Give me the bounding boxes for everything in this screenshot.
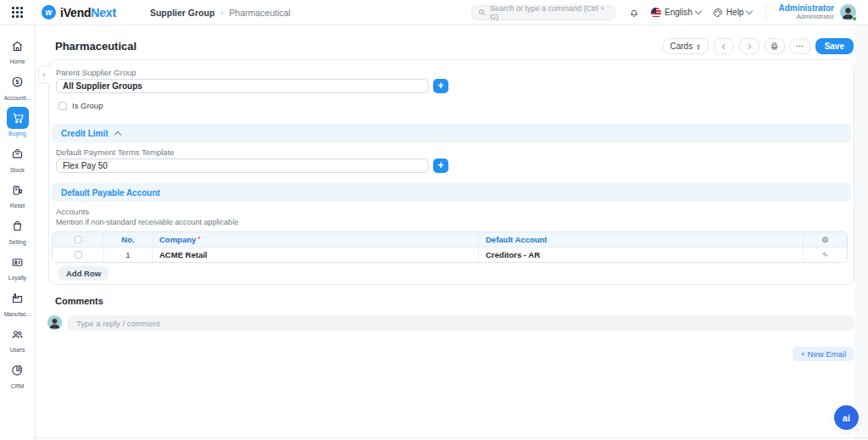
sidebar-item-retail[interactable]: Retail [0, 179, 35, 209]
edit-pencil-icon: ✎ [822, 251, 829, 259]
new-email-button[interactable]: + New Email [793, 347, 854, 361]
buying-cart-icon [7, 107, 29, 129]
accounts-label: Accounts [56, 207, 89, 216]
sidebar-item-buying[interactable]: Buying [0, 107, 35, 136]
chevron-right-icon: › [43, 70, 46, 79]
sidebar-item-manufacturing[interactable]: Manufac... [0, 287, 35, 317]
search-placeholder: Search or type a command (Ctrl + G) [490, 4, 609, 21]
add-payment-terms-button[interactable]: + [433, 159, 448, 173]
payment-terms-input[interactable] [56, 159, 429, 173]
breadcrumb-pharmaceutical: Pharmaceutical [229, 8, 290, 18]
brand-logo-text: iVendNext [60, 6, 116, 19]
user-avatar[interactable] [840, 4, 856, 20]
header-no: No. [103, 232, 152, 247]
default-payable-account-section-header[interactable]: Default Payable Account [52, 183, 851, 202]
theme-palette-icon [713, 8, 723, 18]
svg-text:$: $ [16, 79, 19, 86]
row-default-account-cell[interactable]: Creditors - AR [478, 248, 803, 262]
ai-assistant-button[interactable]: ai [834, 405, 859, 430]
sidebar-item-crm[interactable]: CRM [0, 359, 35, 389]
header-default-account[interactable]: Default Account [478, 232, 803, 247]
default-payable-account-title: Default Payable Account [61, 188, 160, 198]
credit-limit-section-header[interactable]: Credit Limit [52, 124, 851, 142]
language-selector[interactable]: English [651, 8, 701, 18]
window-bottom-edge [0, 437, 868, 438]
cards-label: Cards [670, 42, 693, 51]
selling-bag-icon [7, 215, 29, 237]
supplier-group-form: › Parent Supplier Group + Is Group Credi… [48, 59, 854, 285]
page-toolbar: Cards ▲▼ Save [663, 38, 854, 54]
user-role: Administrator [778, 14, 834, 21]
row-no-cell: 1 [103, 248, 152, 262]
row-edit-cell[interactable]: ✎ [803, 248, 847, 262]
search-icon [478, 8, 486, 16]
global-search-input[interactable]: Search or type a command (Ctrl + G) [471, 5, 615, 20]
page-right-gutter [854, 25, 868, 440]
sidebar-label: Users [10, 347, 25, 353]
help-menu[interactable]: Help [713, 8, 753, 18]
accounts-table-header: No. Company Default Account ⚙ [53, 232, 847, 247]
more-actions-button[interactable] [790, 38, 810, 54]
comment-input[interactable] [67, 315, 854, 331]
table-row[interactable]: 1 ACME Retail Creditors - AR ✎ [53, 247, 847, 262]
row-checkbox[interactable] [75, 251, 82, 259]
chevron-up-icon [114, 131, 120, 137]
sidebar-item-loyalty[interactable]: Loyalty [0, 251, 35, 281]
home-icon [7, 35, 29, 57]
comments-title: Comments [55, 296, 103, 306]
sort-arrows-icon: ▲▼ [696, 43, 700, 50]
comment-avatar [47, 315, 62, 330]
print-button[interactable] [765, 38, 785, 54]
add-parent-group-button[interactable]: + [433, 79, 448, 93]
retail-icon [7, 179, 29, 201]
accounts-description: Mention if non-standard receivable accou… [56, 218, 238, 226]
parent-supplier-group-input[interactable] [56, 79, 429, 93]
save-button[interactable]: Save [815, 38, 854, 54]
select-all-checkbox[interactable] [75, 236, 82, 243]
accounting-icon: $ [7, 71, 29, 93]
sidebar-item-users[interactable]: Users [0, 323, 35, 353]
factory-icon [7, 287, 29, 309]
user-menu[interactable]: Administrator Administrator [765, 3, 834, 20]
brand-logo-icon: w [42, 5, 56, 19]
sidebar-item-stock[interactable]: Stock [0, 143, 35, 173]
users-icon [7, 323, 29, 345]
gear-icon: ⚙ [821, 236, 828, 244]
sidebar-label: Manufac... [4, 311, 31, 317]
cards-view-dropdown[interactable]: Cards ▲▼ [663, 38, 709, 54]
header-select-cell [53, 232, 103, 247]
chevron-down-icon [746, 8, 753, 14]
stock-icon [7, 143, 29, 165]
chevron-down-icon [695, 8, 702, 14]
row-select-cell [53, 248, 103, 262]
is-group-checkbox[interactable] [58, 102, 67, 110]
module-sidebar: Home $ Accounti... Buying Stock Retail S… [0, 25, 36, 440]
brand-logo[interactable]: w iVendNext [42, 5, 116, 19]
breadcrumb: Supplier Group › Pharmaceutical [150, 8, 291, 18]
credit-limit-title: Credit Limit [61, 129, 108, 138]
next-record-button[interactable] [739, 38, 760, 54]
top-navbar: w iVendNext Supplier Group › Pharmaceuti… [0, 0, 868, 25]
sidebar-label: Stock [10, 167, 25, 173]
header-company[interactable]: Company [152, 232, 478, 247]
sidebar-item-selling[interactable]: Selling [0, 215, 35, 245]
sidebar-item-home[interactable]: Home [0, 35, 35, 64]
crm-pie-icon [7, 359, 29, 382]
row-company-cell[interactable]: ACME Retail [152, 248, 478, 262]
prev-record-button[interactable] [714, 38, 734, 54]
is-group-label: Is Group [72, 101, 103, 110]
header-settings-cell[interactable]: ⚙ [803, 232, 847, 247]
breadcrumb-supplier-group[interactable]: Supplier Group [150, 8, 214, 18]
payment-terms-label: Default Payment Terms Template [56, 148, 175, 157]
sidebar-label: Buying [8, 131, 26, 136]
sidebar-item-accounting[interactable]: $ Accounti... [0, 71, 35, 101]
is-group-checkbox-row[interactable]: Is Group [58, 101, 103, 110]
accounts-table: No. Company Default Account ⚙ 1 ACME Ret… [52, 231, 848, 263]
form-sidebar-toggle[interactable]: › [38, 65, 49, 84]
apps-grid-icon[interactable] [12, 7, 23, 18]
add-row-button[interactable]: Add Row [58, 266, 108, 281]
loyalty-card-icon [7, 251, 29, 273]
online-status-dot [852, 16, 857, 21]
notifications-bell-icon[interactable] [629, 8, 639, 18]
sidebar-label: Selling [8, 239, 25, 245]
